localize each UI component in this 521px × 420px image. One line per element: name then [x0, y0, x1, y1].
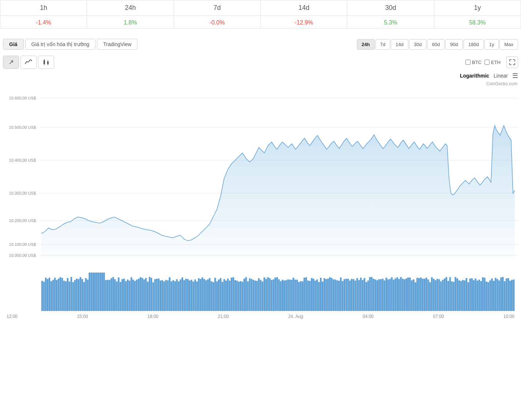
svg-rect-180 [329, 277, 331, 311]
period-label: 14d [261, 4, 347, 12]
timeframe-btn-7d[interactable]: 7d [375, 39, 390, 50]
timeframe-btn-max[interactable]: Max [499, 39, 518, 50]
svg-text:10.500,00 US$: 10.500,00 US$ [9, 125, 36, 130]
svg-text:10.000,00 US$: 10.000,00 US$ [9, 253, 36, 258]
svg-rect-239 [437, 279, 438, 311]
svg-rect-61 [112, 277, 114, 311]
logarithmic-btn[interactable]: Logarithmic [460, 73, 489, 79]
btc-label: BTC [472, 60, 482, 65]
tab-tradingview[interactable]: TradingView [97, 39, 137, 50]
svg-rect-194 [355, 281, 356, 311]
timeframe-btn-180d[interactable]: 180d [464, 39, 484, 50]
linear-btn[interactable]: Linear [494, 73, 508, 79]
svg-rect-207 [378, 279, 380, 311]
chart-container: 10.600,00 US$ 10.500,00 US$ 10.400,00 US… [0, 87, 521, 319]
svg-rect-258 [471, 278, 473, 311]
svg-rect-165 [302, 281, 303, 311]
svg-rect-113 [207, 280, 209, 311]
svg-rect-184 [336, 280, 338, 311]
scale-row: Logarithmic Linear ☰ [0, 72, 521, 81]
svg-rect-78 [143, 280, 145, 311]
svg-text:10.200,00 US$: 10.200,00 US$ [9, 218, 36, 223]
svg-rect-144 [264, 277, 265, 311]
svg-rect-114 [209, 278, 211, 311]
svg-rect-233 [426, 278, 427, 311]
svg-rect-181 [331, 278, 333, 311]
svg-rect-234 [427, 280, 429, 311]
svg-rect-132 [242, 282, 243, 311]
svg-rect-41 [76, 279, 78, 311]
expand-button[interactable] [506, 56, 518, 68]
controls-row: Giá Giá trị vốn hóa thị trường TradingVi… [0, 34, 521, 54]
btc-checkbox[interactable] [465, 60, 471, 65]
svg-rect-271 [495, 278, 497, 311]
svg-rect-167 [305, 277, 307, 311]
svg-rect-260 [475, 278, 476, 311]
svg-rect-90 [165, 280, 167, 311]
candlestick-btn[interactable] [38, 56, 54, 69]
menu-icon[interactable]: ☰ [512, 72, 518, 80]
svg-rect-191 [349, 281, 351, 311]
svg-rect-3 [47, 61, 49, 64]
svg-rect-119 [218, 280, 220, 311]
svg-rect-93 [171, 281, 173, 311]
x-axis-labels: 12:0015:0018:0021:0024. Aug04:0007:0010:… [3, 312, 518, 319]
timeframe-group: 24h7d14d30d60d90d180d1yMax [357, 39, 518, 50]
period-label: 24h [87, 4, 173, 12]
svg-rect-29 [54, 278, 56, 311]
svg-rect-79 [145, 278, 147, 311]
svg-rect-54 [99, 273, 101, 311]
svg-rect-175 [320, 278, 322, 311]
svg-rect-98 [180, 280, 182, 311]
svg-rect-46 [85, 278, 87, 311]
period-table: 1h24h7d14d30d1y -1.4%1.8%-0.0%-12.9%5.3%… [0, 0, 521, 29]
svg-rect-32 [60, 277, 61, 311]
svg-rect-138 [253, 280, 254, 311]
svg-rect-209 [382, 279, 384, 311]
svg-rect-257 [469, 278, 471, 311]
svg-rect-118 [216, 281, 218, 311]
svg-rect-45 [83, 282, 85, 311]
svg-rect-153 [280, 281, 282, 311]
svg-rect-272 [497, 279, 498, 311]
timeframe-btn-90d[interactable]: 90d [445, 39, 463, 50]
svg-rect-197 [360, 278, 362, 311]
svg-rect-67 [123, 279, 125, 311]
x-axis-label: 04:00 [363, 314, 374, 319]
svg-rect-50 [93, 273, 94, 311]
svg-rect-280 [511, 280, 513, 311]
svg-text:10.100,00 US$: 10.100,00 US$ [9, 242, 36, 247]
timeframe-btn-30d[interactable]: 30d [409, 39, 427, 50]
svg-rect-255 [466, 278, 468, 311]
svg-rect-225 [411, 280, 413, 311]
svg-rect-158 [289, 280, 291, 311]
svg-rect-174 [318, 282, 320, 311]
btc-overlay-label[interactable]: BTC [465, 60, 482, 65]
line-area-btn[interactable]: ↗ [3, 56, 19, 69]
svg-rect-173 [316, 280, 318, 311]
svg-rect-133 [243, 279, 245, 311]
svg-rect-106 [194, 280, 196, 311]
svg-rect-164 [300, 281, 302, 311]
tab-marketcap[interactable]: Giá trị vốn hóa thị trường [25, 39, 96, 50]
line-btn[interactable] [20, 56, 37, 69]
timeframe-btn-24h[interactable]: 24h [357, 39, 374, 50]
svg-rect-203 [371, 277, 373, 311]
svg-rect-55 [101, 273, 103, 311]
timeframe-btn-60d[interactable]: 60d [427, 39, 445, 50]
svg-rect-124 [227, 278, 229, 311]
eth-checkbox[interactable] [484, 60, 490, 65]
timeframe-btn-14d[interactable]: 14d [391, 39, 408, 50]
svg-rect-69 [127, 280, 129, 311]
svg-rect-66 [121, 279, 123, 311]
svg-rect-268 [489, 280, 491, 311]
period-label: 30d [347, 4, 434, 12]
svg-rect-273 [498, 281, 500, 311]
eth-overlay-label[interactable]: ETH [484, 60, 501, 65]
svg-rect-162 [296, 280, 298, 311]
svg-rect-155 [283, 281, 285, 311]
tab-price[interactable]: Giá [3, 39, 24, 50]
svg-rect-143 [262, 281, 264, 311]
svg-rect-232 [424, 279, 426, 311]
timeframe-btn-1y[interactable]: 1y [484, 39, 499, 50]
